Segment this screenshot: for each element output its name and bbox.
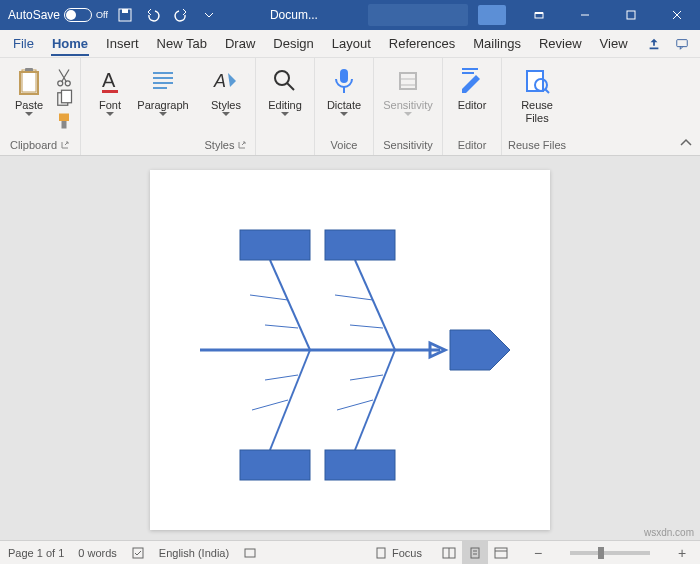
- tab-layout[interactable]: Layout: [323, 30, 380, 58]
- svg-rect-51: [240, 230, 310, 260]
- sensitivity-icon: [392, 65, 424, 97]
- cut-icon[interactable]: [54, 67, 74, 87]
- svg-rect-57: [377, 548, 385, 558]
- tab-mailings[interactable]: Mailings: [464, 30, 530, 58]
- zoom-out-icon[interactable]: −: [528, 545, 548, 561]
- focus-mode[interactable]: Focus: [374, 546, 422, 560]
- user-account-badge[interactable]: [478, 5, 506, 25]
- tab-view[interactable]: View: [591, 30, 637, 58]
- svg-rect-55: [133, 548, 143, 558]
- print-layout-icon[interactable]: [462, 541, 488, 565]
- svg-rect-1: [122, 9, 128, 13]
- svg-rect-10: [22, 70, 36, 92]
- sensitivity-button: Sensitivity: [380, 63, 436, 117]
- reuse-files-button[interactable]: Reuse Files: [514, 63, 560, 125]
- copy-icon[interactable]: [54, 89, 74, 109]
- minimize-icon[interactable]: [562, 0, 608, 30]
- dictate-button[interactable]: Dictate: [321, 63, 367, 117]
- svg-rect-54: [325, 450, 395, 480]
- svg-point-26: [275, 71, 289, 85]
- ribbon-tabs: File Home Insert New Tab Draw Design Lay…: [0, 30, 700, 58]
- read-mode-icon[interactable]: [436, 541, 462, 565]
- svg-line-48: [355, 350, 395, 450]
- comments-icon[interactable]: [668, 31, 696, 57]
- page-indicator[interactable]: Page 1 of 1: [8, 547, 64, 559]
- microphone-icon: [328, 65, 360, 97]
- tab-home[interactable]: Home: [43, 30, 97, 58]
- dialog-launcher-icon[interactable]: [237, 140, 247, 150]
- word-count[interactable]: 0 words: [78, 547, 117, 559]
- tab-review[interactable]: Review: [530, 30, 591, 58]
- editing-button[interactable]: Editing: [262, 63, 308, 117]
- reuse-files-icon: [521, 65, 553, 97]
- svg-rect-5: [627, 11, 635, 19]
- maximize-icon[interactable]: [608, 0, 654, 30]
- search-icon: [269, 65, 301, 97]
- zoom-in-icon[interactable]: +: [672, 545, 692, 561]
- group-label-voice: Voice: [331, 139, 358, 151]
- styles-button[interactable]: A Styles: [203, 63, 249, 117]
- group-editor: Editor Editor: [443, 58, 502, 155]
- tab-newtab[interactable]: New Tab: [148, 30, 216, 58]
- redo-icon[interactable]: [170, 4, 192, 26]
- search-box[interactable]: [368, 4, 468, 26]
- collapse-ribbon-icon[interactable]: [678, 135, 694, 151]
- watermark: wsxdn.com: [644, 527, 694, 538]
- group-styles: A Styles Styles: [197, 58, 256, 155]
- paragraph-icon: [147, 65, 179, 97]
- title-bar: AutoSave Off Docum...: [0, 0, 700, 30]
- tab-insert[interactable]: Insert: [97, 30, 148, 58]
- svg-text:A: A: [102, 69, 116, 91]
- document-title[interactable]: Docum...: [220, 8, 368, 22]
- font-button[interactable]: A Font: [87, 63, 133, 117]
- zoom-slider[interactable]: [570, 551, 650, 555]
- editor-button[interactable]: Editor: [449, 63, 495, 112]
- svg-rect-18: [62, 121, 67, 129]
- svg-rect-56: [245, 549, 255, 557]
- paste-button[interactable]: Paste: [6, 63, 52, 117]
- qat-dropdown-icon[interactable]: [198, 4, 220, 26]
- svg-rect-53: [240, 450, 310, 480]
- page[interactable]: [150, 170, 550, 530]
- svg-line-49: [337, 400, 373, 410]
- tab-file[interactable]: File: [4, 30, 43, 58]
- dialog-launcher-icon[interactable]: [60, 140, 70, 150]
- tab-references[interactable]: References: [380, 30, 464, 58]
- spell-check-icon[interactable]: [131, 546, 145, 560]
- group-font-para: A Font Paragraph: [81, 58, 197, 155]
- svg-line-50: [350, 375, 383, 380]
- svg-line-47: [265, 375, 298, 380]
- fishbone-diagram[interactable]: [180, 200, 520, 500]
- share-icon[interactable]: [640, 31, 668, 57]
- web-layout-icon[interactable]: [488, 541, 514, 565]
- svg-rect-8: [650, 47, 659, 49]
- autosave-toggle[interactable]: AutoSave Off: [8, 8, 108, 22]
- ribbon: Paste Clipboard A Font Paragraph: [0, 58, 700, 156]
- close-icon[interactable]: [654, 0, 700, 30]
- svg-rect-52: [325, 230, 395, 260]
- document-canvas[interactable]: [0, 156, 700, 540]
- autosave-label: AutoSave: [8, 8, 60, 22]
- tab-draw[interactable]: Draw: [216, 30, 264, 58]
- svg-text:A: A: [213, 71, 226, 91]
- group-sensitivity: Sensitivity Sensitivity: [374, 58, 443, 155]
- group-reuse: Reuse Files Reuse Files: [502, 58, 572, 155]
- group-editing: Editing: [256, 58, 315, 155]
- ribbon-display-icon[interactable]: [516, 0, 562, 30]
- svg-rect-30: [400, 73, 416, 89]
- svg-line-40: [250, 295, 288, 300]
- undo-icon[interactable]: [142, 4, 164, 26]
- svg-line-44: [350, 325, 383, 328]
- language-indicator[interactable]: English (India): [159, 547, 229, 559]
- svg-line-42: [355, 260, 395, 350]
- paragraph-button[interactable]: Paragraph: [135, 63, 191, 117]
- autosave-state: Off: [96, 10, 108, 20]
- accessibility-icon[interactable]: [243, 546, 257, 560]
- svg-rect-16: [62, 90, 72, 103]
- svg-rect-60: [471, 548, 479, 558]
- svg-rect-28: [340, 69, 348, 83]
- save-icon[interactable]: [114, 4, 136, 26]
- format-painter-icon[interactable]: [54, 111, 74, 131]
- group-clipboard: Paste Clipboard: [0, 58, 81, 155]
- tab-design[interactable]: Design: [264, 30, 322, 58]
